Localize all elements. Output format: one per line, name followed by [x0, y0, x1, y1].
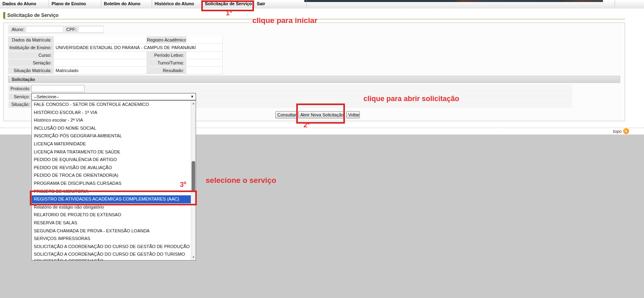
annotation-click-start: clique para iniciar [252, 16, 318, 25]
dropdown-option[interactable]: SEGUNDA CHAMADA DE PROVA - EXTENSÃO LOAN… [32, 227, 196, 235]
title-accent-bar [3, 12, 5, 19]
aluno-row: Aluno: CPF: [8, 25, 104, 34]
nav-separator [615, 0, 615, 6]
table-label: Dados da Matrícula: [8, 36, 54, 44]
dropdown-option[interactable]: Histórico escolar - 2ª VIA [32, 116, 196, 124]
dropdown-scrollbar[interactable]: ▲ ▼ [191, 101, 196, 260]
dropdown-option[interactable]: Relatório de estágio não obrigatório [32, 203, 196, 211]
header-banner-strip [304, 0, 603, 2]
table-label: Período Letivo: [147, 52, 186, 59]
table-label: Curso: [8, 52, 54, 59]
dropdown-option[interactable]: PEDIDO DE EQUIVALÊNCIA DE ARTIGO [32, 156, 196, 164]
annotation-step1: 1º [226, 9, 232, 17]
table-label: Situação Matrícula: [8, 67, 54, 74]
table-value: Matriculado [54, 67, 147, 74]
tab-solicitacao-de-servico[interactable]: Solicitação de Serviço [202, 0, 254, 7]
servico-options-list: FALE CONOSCO - SETOR DE CONTROLE ACADEMI… [31, 100, 196, 261]
tab-dados-do-aluno[interactable]: Dados do Aluno [0, 0, 49, 7]
table-value [54, 59, 147, 67]
servico-selected-value: --Selecione-- [34, 94, 59, 99]
scroll-down-icon[interactable]: ▼ [191, 255, 196, 260]
annotation-step3: 3º [180, 181, 186, 189]
table-value [186, 52, 223, 59]
scroll-up-icon[interactable]: ▲ [191, 101, 196, 106]
consultar-button[interactable]: Consultar [275, 111, 297, 118]
table-value [54, 52, 147, 59]
aluno-label: Aluno: [10, 26, 26, 33]
dropdown-option[interactable]: RELATORIO DE PROJETO DE EXTENSAO [32, 211, 196, 219]
abrir-nova-solicitacao-button[interactable]: Abrir Nova Solicitação [298, 111, 345, 118]
dropdown-option[interactable]: RESERVA DE SALAS [32, 219, 196, 227]
dropdown-option[interactable]: FALE CONOSCO - SETOR DE CONTROLE ACADEMI… [32, 101, 196, 109]
table-value: UNIVERSIDADE ESTADUAL DO PARANÁ - CAMPUS… [54, 44, 223, 52]
servico-select[interactable]: --Selecione-- ▼ [31, 93, 196, 100]
table-label: Turno/Turma: [147, 59, 186, 67]
servico-label: Serviço: [9, 93, 31, 100]
matricula-table: Dados da Matrícula: Registro Acadêmico: … [8, 36, 223, 74]
dropdown-option[interactable]: PROJETO DE MONITORIA [32, 188, 196, 196]
tab-historico-do-aluno[interactable]: Histórico do Aluno [152, 0, 202, 7]
tab-boletim-do-aluno[interactable]: Boletim do Aluno [101, 0, 152, 7]
arrow-up-icon: ▲ [623, 128, 629, 134]
dropdown-option-clipped[interactable]: SOLICITAÇÃO A COORDENAÇÃO [32, 259, 196, 261]
chevron-down-icon: ▼ [190, 95, 194, 99]
dropdown-option[interactable]: LICENÇA PARA TRATAMENTO DE SAÚDE [32, 148, 196, 156]
protocolo-label: Protocolo: [9, 85, 31, 92]
dropdown-option[interactable]: SOLICITAÇÃO A COORDENAÇÃO DO CURSO DE GE… [32, 243, 196, 251]
cpf-value-field [78, 26, 104, 33]
protocolo-row [8, 85, 572, 93]
table-label: Resultado: [147, 67, 186, 74]
dropdown-option[interactable]: PROGRAMA DE DISCIPLINAS CURSADAS [32, 180, 196, 188]
voltar-button[interactable]: Voltar [346, 111, 360, 118]
annotation-select-service: selecione o serviço [206, 176, 276, 185]
situacao-label: Situação: [9, 101, 31, 108]
annotation-step2: 2º [303, 121, 310, 129]
dropdown-option[interactable]: SERVIÇOS IMPRESSORAS [32, 235, 196, 243]
protocolo-input[interactable] [31, 85, 85, 92]
annotation-click-open: clique para abrir solicitação [363, 95, 459, 103]
table-value [186, 59, 223, 67]
cpf-label: CPF: [65, 26, 78, 33]
dropdown-option[interactable]: LICENÇA MATERNIDADE [32, 140, 196, 148]
table-label: Seriação: [8, 59, 54, 67]
page-title: Solicitação de Serviço [7, 12, 58, 18]
topo-label: topo [613, 129, 621, 134]
aluno-value-field [26, 26, 63, 33]
table-value [186, 36, 223, 44]
dropdown-option[interactable]: INCLUSÃO DO NOME SOCIAL [32, 124, 196, 132]
dropdown-option[interactable]: INSCRIÇÃO PÓS GEOGRAFIA AMBIENTAL [32, 132, 196, 140]
topo-link[interactable]: topo ▲ [613, 128, 629, 134]
dropdown-option[interactable]: SOLICITAÇÃO A COORDENAÇÃO DO CURSO DE GE… [32, 250, 196, 259]
table-value [186, 67, 223, 74]
table-value [54, 36, 147, 44]
tab-plano-de-ensino[interactable]: Plano de Ensino [49, 0, 101, 7]
table-label: Instituição de Ensino: [8, 44, 54, 52]
dropdown-option[interactable]: PEDIDO DE TROCA DE ORIENTADOR(A) [32, 172, 196, 180]
solicitacao-section-header: Solicitação [8, 76, 620, 83]
scrollbar-thumb[interactable] [192, 161, 195, 192]
dropdown-option[interactable]: PEDIDO DE REVISÃO DE AVALIAÇÃO [32, 164, 196, 172]
table-label: Registro Acadêmico: [147, 36, 186, 44]
dropdown-option-selected[interactable]: REGISTRO DE ATIVIDADES ACADÊMICAS COMPLE… [32, 195, 196, 203]
dropdown-option[interactable]: HISTÓRICO ESCOLAR - 1ª VIA [32, 109, 196, 117]
tab-sair[interactable]: Sair [254, 0, 307, 7]
top-navbar: Dados do Aluno Plano de Ensino Boletim d… [0, 0, 644, 8]
